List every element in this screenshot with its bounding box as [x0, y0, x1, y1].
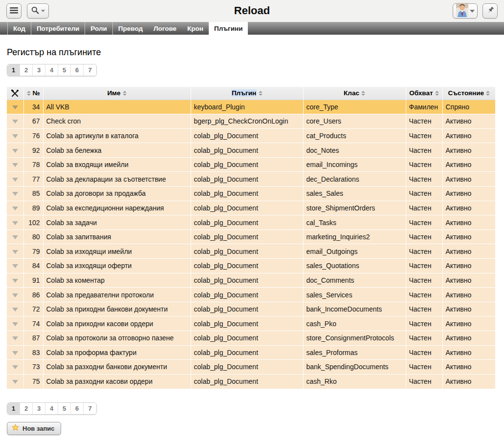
page-button-6[interactable]: 6: [71, 64, 84, 76]
cell-row-menu[interactable]: [7, 331, 23, 346]
table-row[interactable]: 72Colab за приходни банкови документиcol…: [7, 302, 495, 316]
table-row[interactable]: 77Colab за декларации за съответствиеcol…: [7, 172, 495, 187]
cell-row-menu[interactable]: [7, 345, 23, 360]
cell-row-menu[interactable]: [7, 360, 23, 375]
column-header-scope[interactable]: Обхват: [406, 87, 442, 100]
cell-row-menu[interactable]: [7, 288, 23, 302]
row-expand-icon[interactable]: [12, 365, 18, 369]
table-row[interactable]: 73Colab за разходни банкови документиcol…: [7, 360, 495, 375]
cell-row-menu[interactable]: [7, 187, 23, 201]
tab-Код[interactable]: Код: [7, 22, 31, 35]
row-expand-icon[interactable]: [12, 308, 18, 312]
cell-row-menu[interactable]: [7, 201, 23, 215]
row-expand-icon[interactable]: [12, 134, 18, 138]
sort-icon[interactable]: [123, 91, 127, 96]
page-button-3[interactable]: 3: [33, 403, 45, 414]
column-header-name[interactable]: Име: [43, 87, 191, 100]
cell-row-menu[interactable]: [7, 374, 23, 389]
sort-up-arrow: [486, 91, 490, 93]
cell-plugin: colab_plg_Document: [191, 273, 303, 288]
user-menu-button[interactable]: [453, 3, 478, 19]
tab-Потребители[interactable]: Потребители: [31, 22, 85, 35]
table-row[interactable]: 84Colab за изходящи офертиcolab_plg_Docu…: [7, 259, 495, 273]
page-button-4[interactable]: 4: [45, 403, 58, 414]
sort-icon[interactable]: [486, 91, 490, 96]
table-row[interactable]: 102Colab за задачиcolab_plg_Documentcal_…: [7, 215, 495, 230]
row-expand-icon[interactable]: [12, 105, 18, 109]
cell-row-menu[interactable]: [7, 230, 23, 244]
row-expand-icon[interactable]: [12, 293, 18, 297]
sort-icon[interactable]: [259, 91, 263, 96]
row-expand-icon[interactable]: [12, 163, 18, 167]
row-expand-icon[interactable]: [12, 192, 18, 196]
sort-icon[interactable]: [435, 91, 439, 96]
table-row[interactable]: 91Colab за коментарcolab_plg_Documentdoc…: [7, 273, 495, 288]
column-header-class[interactable]: Клас: [303, 87, 406, 100]
page-button-2[interactable]: 2: [20, 64, 33, 76]
cell-row-menu[interactable]: [7, 172, 23, 187]
column-header-state[interactable]: Състояние: [442, 87, 495, 100]
cell-row-menu[interactable]: [7, 273, 23, 288]
row-expand-icon[interactable]: [12, 178, 18, 182]
tab-Превод[interactable]: Превод: [113, 22, 148, 35]
cell-row-menu[interactable]: [7, 128, 23, 143]
table-row[interactable]: 83Colab за проформа фактуриcolab_plg_Doc…: [7, 345, 495, 360]
new-record-button[interactable]: Нов запис: [7, 422, 61, 435]
tab-Крон[interactable]: Крон: [182, 22, 209, 35]
cell-row-menu[interactable]: [7, 244, 23, 259]
row-expand-icon[interactable]: [12, 264, 18, 268]
table-row[interactable]: 79Colab за изходящи имейлиcolab_plg_Docu…: [7, 244, 495, 259]
table-row[interactable]: 87Colab за протоколи за отговорно пазене…: [7, 331, 495, 346]
table-row[interactable]: 89Colab за експедиционни нарежданияcolab…: [7, 201, 495, 215]
sort-icon[interactable]: [27, 91, 31, 96]
page-button-5[interactable]: 5: [58, 64, 71, 76]
sort-icon[interactable]: [361, 91, 365, 96]
row-expand-icon[interactable]: [12, 235, 18, 239]
row-expand-icon[interactable]: [12, 207, 18, 210]
table-row[interactable]: 80Colab за запитванияcolab_plg_Documentm…: [7, 230, 495, 244]
table-row[interactable]: 67Check cronbgerp_plg_CheckCronOnLoginco…: [7, 114, 495, 129]
column-header-plugin[interactable]: Плъгин: [191, 87, 303, 100]
cell-name: Colab за декларации за съответствие: [43, 172, 191, 187]
table-row[interactable]: 76Colab за артикули в каталогаcolab_plg_…: [7, 128, 495, 143]
cell-row-menu[interactable]: [7, 100, 23, 114]
table-row[interactable]: 74Colab за приходни касови ордериcolab_p…: [7, 316, 495, 331]
row-expand-icon[interactable]: [12, 322, 18, 326]
row-expand-icon[interactable]: [12, 279, 18, 283]
tab-Плъгини[interactable]: Плъгини: [209, 22, 248, 35]
page-button-1[interactable]: 1: [7, 403, 20, 414]
table-row[interactable]: 85Colab за договори за продажбаcolab_plg…: [7, 187, 495, 201]
row-expand-icon[interactable]: [12, 149, 18, 153]
page-button-7[interactable]: 7: [84, 64, 96, 76]
pin-button[interactable]: [482, 3, 498, 19]
page-button-3[interactable]: 3: [33, 64, 45, 76]
page-button-6[interactable]: 6: [71, 403, 84, 414]
row-expand-icon[interactable]: [12, 380, 18, 384]
table-row[interactable]: 78Colab за входящи имейлиcolab_plg_Docum…: [7, 157, 495, 172]
page-button-4[interactable]: 4: [45, 64, 58, 76]
cell-scope: Частен: [406, 259, 442, 273]
table-row[interactable]: 92Colab за бележкаcolab_plg_Documentdoc_…: [7, 143, 495, 158]
row-expand-icon[interactable]: [12, 250, 18, 254]
cell-row-menu[interactable]: [7, 157, 23, 172]
table-row[interactable]: 86Colab за предавателни протоколиcolab_p…: [7, 288, 495, 302]
column-header-num[interactable]: №: [23, 87, 43, 100]
cell-row-menu[interactable]: [7, 143, 23, 158]
cell-row-menu[interactable]: [7, 114, 23, 129]
page-button-1[interactable]: 1: [7, 64, 20, 76]
row-expand-icon[interactable]: [12, 120, 18, 124]
table-row[interactable]: 34All VKBkeyboard_Plugincore_TypeФамилен…: [7, 100, 495, 114]
row-expand-icon[interactable]: [12, 221, 18, 225]
row-expand-icon[interactable]: [12, 336, 18, 340]
table-row[interactable]: 75Colab за разходни касови ордериcolab_p…: [7, 374, 495, 389]
page-button-2[interactable]: 2: [20, 403, 33, 414]
cell-row-menu[interactable]: [7, 302, 23, 316]
row-expand-icon[interactable]: [12, 351, 18, 355]
cell-row-menu[interactable]: [7, 259, 23, 273]
cell-row-menu[interactable]: [7, 316, 23, 331]
cell-row-menu[interactable]: [7, 215, 23, 230]
page-button-5[interactable]: 5: [58, 403, 71, 414]
page-button-7[interactable]: 7: [84, 403, 96, 414]
tab-Роли[interactable]: Роли: [85, 22, 112, 35]
tab-Логове[interactable]: Логове: [148, 22, 182, 35]
